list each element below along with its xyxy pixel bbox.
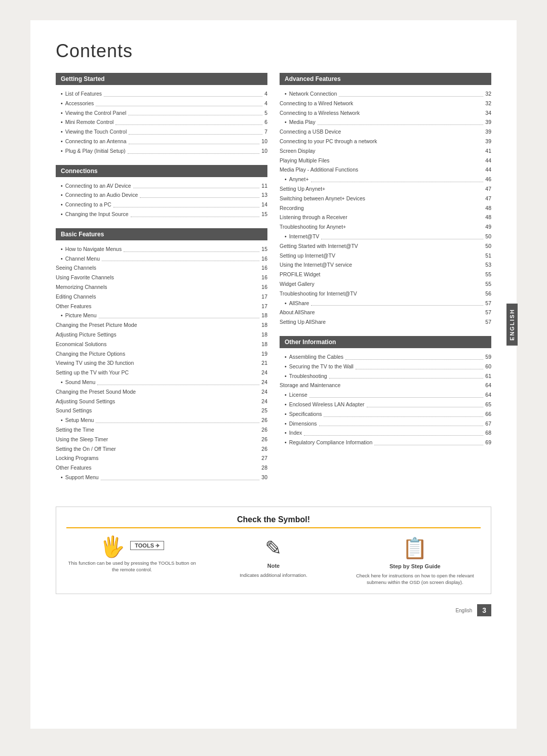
advanced-features-header: Advanced Features	[280, 73, 491, 85]
list-item: Memorizing Channels16	[56, 282, 267, 292]
footer-language: English	[455, 608, 472, 613]
step-guide-label: Step by Step Guide	[389, 563, 441, 569]
list-item: Switching between Anynet+ Devices47	[280, 194, 491, 203]
list-item: Setup Menu26	[56, 415, 267, 425]
list-item: Setting the Time26	[56, 425, 267, 435]
footer-page-number: 3	[477, 604, 491, 616]
list-item: Changing the Picture Options19	[56, 349, 267, 359]
list-item: Changing the Input Source15	[56, 209, 267, 219]
page-footer: English 3	[56, 604, 491, 616]
section-getting-started: Getting Started List of Features4 Access…	[56, 73, 267, 156]
list-item: Setting up Internet@TV51	[280, 251, 491, 261]
list-item: Anynet+46	[280, 175, 491, 184]
list-item: Internet@TV50	[280, 232, 491, 241]
step-guide-symbol: 📋 Step by Step Guide Check here for inst…	[349, 536, 481, 586]
list-item: Setting the On / Off Timer26	[56, 444, 267, 454]
list-item: Media Play39	[280, 117, 491, 127]
list-item: Connecting to a Wired Network32	[280, 99, 491, 108]
list-item: Picture Menu18	[56, 311, 267, 320]
list-item: Changing the Preset Picture Mode18	[56, 320, 267, 330]
tools-label: TOOLS ✈	[130, 541, 164, 550]
list-item: Setting Up AllShare57	[280, 317, 491, 327]
step-guide-description: Check here for instructions on how to op…	[349, 572, 481, 586]
note-description: Indicates additional information.	[240, 572, 307, 578]
other-information-header: Other Information	[280, 336, 491, 348]
list-item: Connecting to your PC through a network3…	[280, 137, 491, 146]
list-item: Plug & Play (Initial Setup)10	[56, 146, 267, 156]
list-item: Listening through a Receiver48	[280, 213, 491, 222]
language-tab: ENGLISH	[506, 304, 518, 346]
list-item: Using the Internet@TV service53	[280, 260, 491, 270]
note-label: Note	[267, 563, 280, 569]
list-item: Viewing TV using the 3D function21	[56, 358, 267, 368]
list-item: Screen Display41	[280, 146, 491, 156]
note-symbol: ✎ Note Indicates additional information.	[208, 536, 339, 578]
section-advanced-features: Advanced Features Network Connection32 C…	[280, 73, 491, 327]
list-item: Connecting a USB Device39	[280, 127, 491, 137]
list-item: PROFILE Widget55	[280, 270, 491, 279]
section-other-information: Other Information Assembling the Cables5…	[280, 336, 491, 447]
list-item: Using Favorite Channels16	[56, 273, 267, 282]
tools-symbol: 🖐 TOOLS ✈ This function can be used by p…	[66, 536, 198, 573]
list-item: Editing Channels17	[56, 292, 267, 302]
list-item: Locking Programs27	[56, 453, 267, 463]
list-item: Sound Menu24	[56, 377, 267, 387]
list-item: Getting Started with Internet@TV50	[280, 241, 491, 251]
two-column-layout: Getting Started List of Features4 Access…	[56, 73, 491, 491]
basic-features-list: How to Navigate Menus15 Channel Menu16 S…	[56, 244, 267, 482]
getting-started-list: List of Features4 Accessories4 Viewing t…	[56, 89, 267, 156]
list-item: Widget Gallery55	[280, 279, 491, 289]
page-title: Contents	[56, 40, 491, 62]
list-item: Adjusting Sound Settings24	[56, 397, 267, 406]
section-basic-features: Basic Features How to Navigate Menus15 C…	[56, 228, 267, 482]
right-column: Advanced Features Network Connection32 C…	[280, 73, 491, 491]
note-icon: ✎	[265, 536, 282, 560]
list-item: Channel Menu16	[56, 254, 267, 264]
list-item: Troubleshooting61	[280, 371, 491, 381]
connections-header: Connections	[56, 165, 267, 177]
advanced-features-list: Network Connection32 Connecting to a Wir…	[280, 89, 491, 327]
list-item: AllShare57	[280, 299, 491, 308]
list-item: Support Menu30	[56, 473, 267, 482]
list-item: Setting Up Anynet+47	[280, 184, 491, 194]
list-item: Playing Multiple Files44	[280, 156, 491, 165]
list-item: Recording48	[280, 203, 491, 213]
list-item: Economical Solutions18	[56, 340, 267, 349]
step-guide-icon: 📋	[402, 536, 427, 560]
getting-started-header: Getting Started	[56, 73, 267, 85]
connections-list: Connecting to an AV Device11 Connecting …	[56, 181, 267, 219]
list-item: Network Connection32	[280, 89, 491, 99]
list-item: Changing the Preset Sound Mode24	[56, 387, 267, 397]
list-item: Adjusting Picture Settings18	[56, 330, 267, 340]
basic-features-header: Basic Features	[56, 228, 267, 240]
list-item: About AllShare57	[280, 308, 491, 317]
section-connections: Connections Connecting to an AV Device11…	[56, 165, 267, 219]
list-item: Seeing Channels16	[56, 263, 267, 273]
check-symbol-section: Check the Symbol! 🖐 TOOLS ✈ This functio…	[56, 507, 491, 595]
page-container: Contents Getting Started List of Feature…	[30, 20, 517, 729]
remote-hand-icon: 🖐	[100, 536, 125, 557]
tools-description: This function can be used by pressing th…	[66, 560, 198, 573]
list-item: Using the Sleep Timer26	[56, 435, 267, 444]
list-item: Regulatory Compliance Information69	[280, 438, 491, 447]
other-information-list: Assembling the Cables59 Securing the TV …	[280, 352, 491, 447]
check-symbol-title: Check the Symbol!	[66, 515, 481, 528]
symbol-row: 🖐 TOOLS ✈ This function can be used by p…	[66, 536, 481, 586]
left-column: Getting Started List of Features4 Access…	[56, 73, 267, 491]
